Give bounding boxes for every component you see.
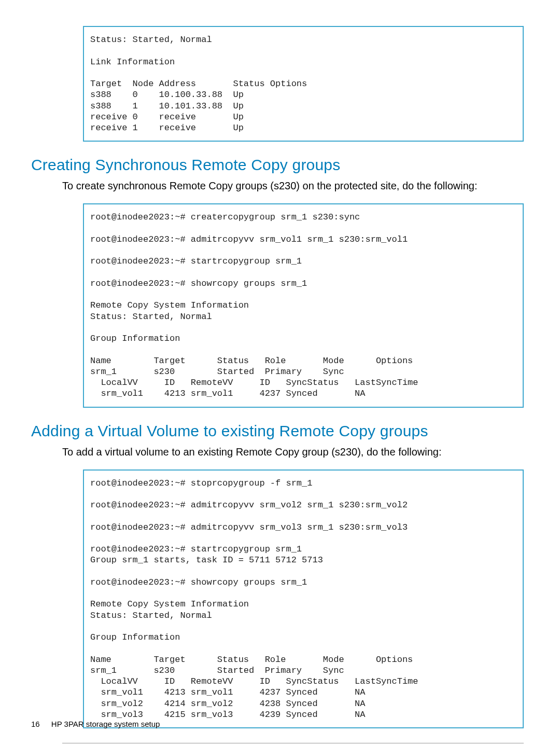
code-block-add-virtual-volume: root@inodee2023:~# stoprcopygroup -f srm… — [83, 469, 524, 729]
intro-creating-sync-groups: To create synchronous Remote Copy groups… — [62, 180, 529, 192]
page-footer: 16 HP 3PAR storage system setup — [31, 720, 160, 728]
code-block-create-sync-groups: root@inodee2023:~# creatercopygroup srm_… — [83, 203, 524, 407]
heading-creating-sync-groups: Creating Synchronous Remote Copy groups — [31, 156, 529, 174]
intro-adding-virtual-volume: To add a virtual volume to an existing R… — [62, 446, 529, 458]
heading-adding-virtual-volume: Adding a Virtual Volume to existing Remo… — [31, 422, 529, 440]
page-number: 16 — [31, 720, 40, 728]
code-block-link-information: Status: Started, Normal Link Information… — [83, 26, 524, 142]
note-block: NOTE: If applicable, create additional R… — [62, 743, 524, 746]
footer-text: HP 3PAR storage system setup — [51, 720, 160, 728]
